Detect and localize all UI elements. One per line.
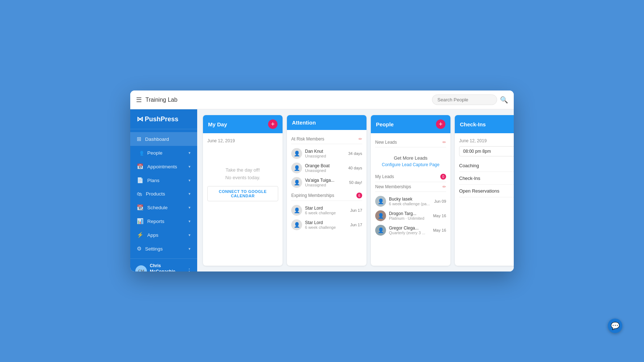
sidebar-item-people[interactable]: 👥 People ▾ [130, 146, 197, 160]
at-risk-edit-icon[interactable]: ✏ [359, 136, 362, 142]
chevron-icon: ▾ [188, 191, 191, 196]
avatar: 👤 [291, 163, 302, 173]
list-item[interactable]: 👤 Dan Knut Unassigned 34 days [291, 146, 362, 161]
list-item[interactable]: 👤 Va'aiga Tuiga... Unassigned 50 day! [291, 175, 362, 190]
people-body: New Leads ✏ Get More Leads Configure Lea… [371, 133, 450, 266]
sidebar-item-label: Apps [147, 232, 158, 238]
user-menu-button[interactable]: ⋮ [186, 268, 192, 272]
avatar: 👤 [291, 219, 302, 230]
avatar: 👤 [375, 196, 386, 207]
chevron-icon: ▾ [188, 178, 191, 183]
new-leads-edit-icon[interactable]: ✏ [442, 140, 446, 145]
sidebar-item-label: Settings [145, 246, 163, 252]
list-item[interactable]: 👤 Orange Boat Unassigned 40 days [291, 161, 362, 175]
member-info: Dan Knut Unassigned [305, 149, 345, 158]
sidebar-user: CM Chris McConachie Training Lab ⋮ [130, 258, 197, 272]
at-risk-label: At Risk Members ✏ [291, 136, 362, 142]
sidebar-item-appointments[interactable]: 📅 Appointments ▾ [130, 160, 197, 173]
schedule-icon: 📆 [137, 204, 144, 211]
appointments-icon: 📅 [137, 163, 144, 170]
settings-icon: ⚙ [137, 245, 141, 252]
member-info: Va'aiga Tuiga... Unassigned [305, 178, 346, 187]
sidebar-item-label: Reports [147, 219, 164, 224]
chevron-icon: ▾ [188, 219, 191, 224]
attention-header: Attention [287, 115, 367, 130]
apps-icon: ⚡ [137, 232, 144, 238]
list-item[interactable]: 👤 Gregor Clega... Quarterly (every 3 ...… [375, 223, 446, 237]
new-leads-label: New Leads ✏ [375, 140, 446, 145]
get-more-leads-section: Get More Leads Configure Lead Capture Pa… [375, 150, 446, 172]
member-info: Star Lord 6 week challenge [305, 206, 347, 215]
sidebar-item-plans[interactable]: 📄 Plans ▾ [130, 173, 197, 187]
header-left: ☰ Training Lab [136, 96, 432, 104]
member-info: Orange Boat Unassigned [305, 163, 345, 173]
hamburger-icon[interactable]: ☰ [136, 96, 142, 104]
header: ☰ Training Lab 🔍 [130, 90, 514, 109]
sidebar-item-label: Schedule [147, 205, 168, 210]
search-icon[interactable]: 🔍 [500, 96, 508, 104]
sidebar-nav: ⊞ Dashboard 👥 People ▾ 📅 Appointments [130, 129, 197, 258]
my-day-empty-message: Take the day off! No events today. [207, 167, 278, 182]
chat-button[interactable]: 💬 [608, 319, 622, 333]
expiring-label: Expiring Memberships 6 [291, 193, 362, 198]
memberships-edit-icon[interactable]: ✏ [442, 184, 446, 189]
chevron-icon: ▾ [188, 151, 191, 155]
checkins-column: Check-Ins + June 12, 2019 08:00 pm 8pm ▾… [455, 115, 514, 266]
columns-container: My Day + June 12, 2019 Take the day off!… [197, 109, 514, 272]
sidebar-item-label: Appointments [147, 164, 177, 169]
logo: ⋈ PushPress [137, 115, 191, 123]
people-icon: 👥 [137, 150, 144, 156]
get-more-leads-text: Get More Leads [375, 155, 446, 161]
configure-lead-capture-link[interactable]: Configure Lead Capture Page [375, 162, 446, 167]
list-item[interactable]: 👤 Star Lord 6 week challenge Jun 17 [291, 218, 362, 232]
sidebar-item-reports[interactable]: 📊 Reports ▾ [130, 214, 197, 228]
sidebar-item-dashboard[interactable]: ⊞ Dashboard [130, 132, 197, 146]
sidebar-item-settings[interactable]: ⚙ Settings ▾ [130, 242, 197, 256]
people-header: People + [371, 115, 450, 133]
user-name: Chris McConachie [150, 263, 183, 272]
member-info: Drogon Targ... Platinum · Unlimited [389, 211, 430, 220]
avatar: 👤 [375, 225, 386, 236]
user-info: Chris McConachie Training Lab [150, 263, 183, 272]
my-day-body: June 12, 2019 Take the day off! No event… [203, 133, 283, 266]
checkin-date: June 12, 2019 [459, 137, 514, 146]
sidebar-item-products[interactable]: 🛍 Products ▾ [130, 187, 197, 201]
people-add-button[interactable]: + [436, 119, 445, 129]
search-input[interactable] [432, 94, 497, 105]
connect-google-calendar-button[interactable]: CONNECT TO GOOGLE CALENDAR [207, 186, 278, 201]
member-info: Bucky Iasek 6 week challenge (pa... [389, 197, 431, 206]
sidebar-item-apps[interactable]: ⚡ Apps ▾ [130, 228, 197, 242]
people-title: People [376, 121, 394, 127]
my-day-column: My Day + June 12, 2019 Take the day off!… [203, 115, 283, 266]
dashboard-icon: ⊞ [137, 136, 141, 142]
my-day-title: My Day [208, 121, 227, 127]
coaching-row: Coaching 0 [459, 159, 514, 172]
list-item[interactable]: 👤 Star Lord 6 week challenge Jun 17 [291, 203, 362, 218]
sidebar-item-label: Plans [147, 178, 160, 183]
header-search: 🔍 [432, 94, 508, 105]
sidebar-item-schedule[interactable]: 📆 Schedule ▾ [130, 201, 197, 214]
avatar: CM [135, 265, 147, 272]
avatar: 👤 [291, 205, 302, 216]
attention-title: Attention [292, 119, 316, 126]
my-day-add-button[interactable]: + [268, 119, 277, 129]
main-layout: ⋈ PushPress ⊞ Dashboard 👥 People ▾ [130, 109, 514, 272]
list-item[interactable]: 👤 Bucky Iasek 6 week challenge (pa... Ju… [375, 194, 446, 209]
checkins-row: Check-Ins 0 [459, 172, 514, 185]
chevron-icon: ▾ [188, 247, 191, 251]
attention-body: At Risk Members ✏ 👤 Dan Knut Unassigned … [287, 130, 367, 266]
reports-icon: 📊 [137, 218, 144, 224]
sidebar-logo: ⋈ PushPress [130, 109, 197, 129]
time-selector[interactable]: 08:00 pm 8pm ▾ [459, 146, 514, 156]
avatar: 👤 [375, 210, 386, 221]
chevron-icon: ▾ [188, 205, 191, 210]
member-info: Gregor Clega... Quarterly (every 3 ... [389, 226, 430, 235]
people-column: People + New Leads ✏ Get More Leads Conf… [371, 115, 450, 266]
member-info: Star Lord 6 week challenge [305, 220, 347, 230]
header-title: Training Lab [145, 97, 177, 103]
list-item[interactable]: 👤 Drogon Targ... Platinum · Unlimited Ma… [375, 209, 446, 223]
avatar: 👤 [291, 177, 302, 188]
plans-icon: 📄 [137, 177, 144, 184]
attention-column: Attention At Risk Members ✏ 👤 Dan Knut [287, 115, 367, 266]
chevron-icon: ▾ [188, 164, 191, 169]
